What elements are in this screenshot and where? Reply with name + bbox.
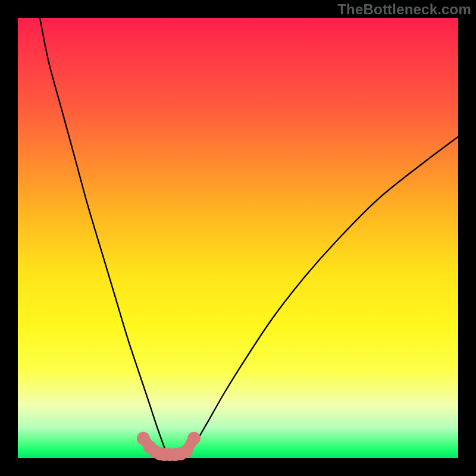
- trough-markers: [137, 432, 201, 461]
- plot-area: [18, 18, 458, 458]
- trough-marker: [180, 445, 193, 458]
- chart-frame: TheBottleneck.com: [0, 0, 476, 476]
- watermark-text: TheBottleneck.com: [337, 1, 471, 18]
- bottleneck-curve: [40, 18, 458, 455]
- trough-marker: [187, 432, 201, 445]
- curve-layer: [18, 18, 458, 458]
